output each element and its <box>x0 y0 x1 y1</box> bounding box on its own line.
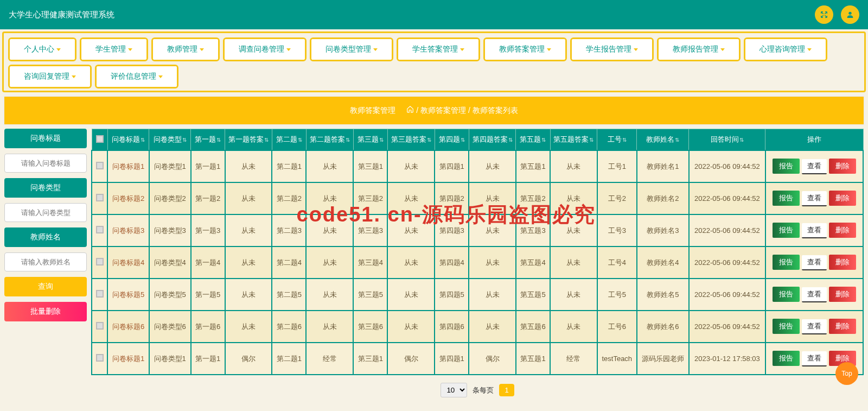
user-icon[interactable] <box>841 5 859 24</box>
cell: 第三题5 <box>353 279 387 311</box>
nav-item-5[interactable]: 学生答案管理 <box>397 37 480 61</box>
col-header-12[interactable]: 工号⇅ <box>597 129 637 151</box>
row-checkbox[interactable] <box>96 194 104 201</box>
nav-item-6[interactable]: 教师答案管理 <box>483 37 567 61</box>
col-header-6[interactable]: 第三题⇅ <box>353 129 387 151</box>
cell: 从未 <box>387 214 435 246</box>
nav-item-8[interactable]: 教师报告管理 <box>657 37 741 61</box>
top-header: 大学生心理健康测试管理系统 <box>0 0 868 29</box>
table-row: 问卷标题1问卷类型1第一题1从未第二题1从未第三题1从未第四题1从未第五题1从未… <box>92 150 863 182</box>
nav-item-0[interactable]: 个人中心 <box>8 37 76 61</box>
query-button[interactable]: 查询 <box>4 277 87 296</box>
nav-item-11[interactable]: 评价信息管理 <box>95 65 178 88</box>
nav-item-3[interactable]: 调查问卷管理 <box>223 37 307 61</box>
cell[interactable]: 问卷标题6 <box>107 311 149 343</box>
cell: 第二题1 <box>272 343 306 375</box>
page-size-select[interactable]: 10 <box>441 383 467 397</box>
col-header-9[interactable]: 第四题答案⇅ <box>469 129 516 151</box>
cell: 问卷类型3 <box>149 214 191 246</box>
ops-cell: 报告查看删除 <box>765 182 863 214</box>
report-button[interactable]: 报告 <box>773 159 800 174</box>
view-button[interactable]: 查看 <box>802 223 827 238</box>
nav-item-10[interactable]: 咨询回复管理 <box>8 65 92 88</box>
fullscreen-icon[interactable] <box>815 5 833 24</box>
cell[interactable]: 问卷标题5 <box>107 279 149 311</box>
cell: 从未 <box>469 311 516 343</box>
scroll-top-button[interactable]: Top <box>835 362 858 385</box>
col-header-13[interactable]: 教师姓名⇅ <box>637 129 689 151</box>
row-checkbox[interactable] <box>96 258 104 265</box>
filter-input-title[interactable] <box>4 154 87 173</box>
cell: 从未 <box>550 182 597 214</box>
col-header-10[interactable]: 第五题⇅ <box>516 129 550 151</box>
row-checkbox[interactable] <box>96 290 104 298</box>
row-checkbox[interactable] <box>96 226 104 233</box>
col-header-0[interactable]: 问卷标题⇅ <box>107 129 149 151</box>
col-header-15[interactable]: 操作 <box>765 129 863 151</box>
col-header-4[interactable]: 第二题⇅ <box>272 129 306 151</box>
row-checkbox[interactable] <box>96 322 104 330</box>
report-button[interactable]: 报告 <box>773 191 800 206</box>
view-button[interactable]: 查看 <box>802 255 827 270</box>
delete-button[interactable]: 删除 <box>829 255 856 270</box>
cell[interactable]: 问卷标题1 <box>107 343 149 375</box>
cell[interactable]: 问卷标题1 <box>107 150 149 182</box>
delete-button[interactable]: 删除 <box>829 319 856 334</box>
cell: 第四题3 <box>435 214 469 246</box>
view-button[interactable]: 查看 <box>802 191 827 206</box>
nav-item-7[interactable]: 学生报告管理 <box>570 37 654 61</box>
chevron-down-icon <box>634 48 638 51</box>
row-checkbox[interactable] <box>96 354 104 362</box>
filter-input-teacher[interactable] <box>4 252 87 271</box>
report-button[interactable]: 报告 <box>773 287 800 302</box>
cell: 第二题3 <box>272 214 306 246</box>
cell[interactable]: 问卷标题3 <box>107 214 149 246</box>
col-header-2[interactable]: 第一题⇅ <box>191 129 225 151</box>
col-header-7[interactable]: 第三题答案⇅ <box>387 129 435 151</box>
nav-item-2[interactable]: 教师管理 <box>151 37 220 61</box>
cell: 经常 <box>306 343 353 375</box>
app-title: 大学生心理健康测试管理系统 <box>9 10 114 20</box>
page-number[interactable]: 1 <box>499 384 514 396</box>
view-button[interactable]: 查看 <box>802 351 827 366</box>
delete-button[interactable]: 删除 <box>829 159 856 174</box>
filter-input-type[interactable] <box>4 203 87 222</box>
cell: 从未 <box>469 279 516 311</box>
col-header-1[interactable]: 问卷类型⇅ <box>149 129 191 151</box>
cell: 工号4 <box>597 246 637 279</box>
report-button[interactable]: 报告 <box>773 351 800 366</box>
delete-button[interactable]: 删除 <box>829 191 856 206</box>
breadcrumb-current: 教师答案列表 <box>473 106 518 115</box>
cell: 工号1 <box>597 150 637 182</box>
cell: 问卷类型1 <box>149 150 191 182</box>
col-header-11[interactable]: 第五题答案⇅ <box>550 129 597 151</box>
report-button[interactable]: 报告 <box>773 319 800 334</box>
view-button[interactable]: 查看 <box>802 319 827 334</box>
col-header-5[interactable]: 第二题答案⇅ <box>306 129 353 151</box>
batch-delete-button[interactable]: 批量删除 <box>4 302 87 321</box>
cell: 教师姓名3 <box>637 214 689 246</box>
nav-item-1[interactable]: 学生管理 <box>80 37 148 61</box>
cell: 2022-05-06 09:44:52 <box>689 150 765 182</box>
cell: 从未 <box>225 279 272 311</box>
ops-cell: 报告查看删除 <box>765 311 863 343</box>
row-checkbox[interactable] <box>96 162 104 169</box>
col-header-3[interactable]: 第一题答案⇅ <box>225 129 272 151</box>
select-all-checkbox[interactable] <box>96 135 104 143</box>
data-table-wrap: 问卷标题⇅问卷类型⇅第一题⇅第一题答案⇅第二题⇅第二题答案⇅第三题⇅第三题答案⇅… <box>91 129 864 405</box>
cell[interactable]: 问卷标题2 <box>107 182 149 214</box>
view-button[interactable]: 查看 <box>802 159 827 174</box>
ops-cell: 报告查看删除 <box>765 246 863 279</box>
breadcrumb-link-1[interactable]: 教师答案管理 <box>420 106 466 115</box>
home-icon[interactable] <box>406 105 414 115</box>
cell[interactable]: 问卷标题4 <box>107 246 149 279</box>
col-header-14[interactable]: 回答时间⇅ <box>689 129 765 151</box>
report-button[interactable]: 报告 <box>773 255 800 270</box>
nav-item-9[interactable]: 心理咨询管理 <box>744 37 827 61</box>
delete-button[interactable]: 删除 <box>829 223 856 238</box>
col-header-8[interactable]: 第四题⇅ <box>435 129 469 151</box>
report-button[interactable]: 报告 <box>773 223 800 238</box>
delete-button[interactable]: 删除 <box>829 287 856 302</box>
nav-item-4[interactable]: 问卷类型管理 <box>310 37 393 61</box>
view-button[interactable]: 查看 <box>802 287 827 302</box>
